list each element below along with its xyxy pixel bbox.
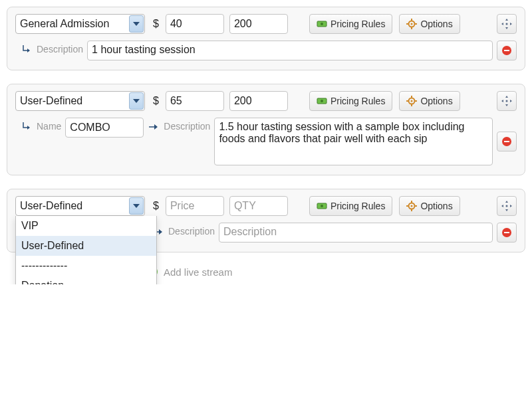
currency-symbol: $ <box>153 95 159 107</box>
ticket-row: VIP User-Defined ------------- Donation … <box>7 189 525 252</box>
dropdown-option[interactable]: Donation <box>16 276 156 284</box>
svg-point-19 <box>506 100 508 102</box>
ticket-type-dropdown[interactable]: VIP User-Defined ------------- Donation … <box>15 216 157 284</box>
svg-point-8 <box>506 23 508 25</box>
options-label: Options <box>420 96 452 106</box>
options-label: Options <box>420 201 452 211</box>
sub-arrow-icon <box>21 44 33 56</box>
currency-symbol: $ <box>153 18 159 30</box>
row-buttons: Pricing Rules Options <box>309 196 460 216</box>
pricing-rules-label: Pricing Rules <box>331 96 385 106</box>
currency-symbol: $ <box>153 200 159 212</box>
move-handle[interactable] <box>497 196 517 216</box>
description-input[interactable] <box>87 41 493 60</box>
price-input[interactable] <box>166 14 224 34</box>
add-live-stream-label: Add live stream <box>164 266 232 278</box>
svg-point-14 <box>411 100 413 102</box>
ticket-type-select[interactable] <box>15 14 145 34</box>
name-input[interactable] <box>65 118 144 138</box>
description-label: Description <box>168 226 215 237</box>
options-button[interactable]: Options <box>399 91 460 111</box>
options-button[interactable]: Options <box>399 196 460 216</box>
options-label: Options <box>420 19 452 29</box>
ticket-row: $ Pricing Rules Options Descriptio <box>7 7 525 70</box>
row-buttons: Pricing Rules Options <box>309 91 460 111</box>
ticket-type-value[interactable] <box>15 196 145 216</box>
description-input[interactable] <box>214 118 493 165</box>
arrow-right-icon <box>148 121 160 133</box>
ticket-row-top: $ Pricing Rules Options <box>15 14 517 34</box>
svg-rect-34 <box>504 232 509 233</box>
gear-icon <box>406 201 417 211</box>
svg-point-26 <box>411 205 413 207</box>
ticket-row-top: VIP User-Defined ------------- Donation … <box>15 196 517 216</box>
description-label: Description <box>37 44 83 54</box>
svg-point-24 <box>321 205 323 207</box>
ticket-type-select[interactable]: VIP User-Defined ------------- Donation … <box>15 196 145 216</box>
money-icon <box>317 96 327 106</box>
svg-rect-10 <box>504 50 509 51</box>
pricing-rules-button[interactable]: Pricing Rules <box>309 14 392 34</box>
remove-button[interactable] <box>497 41 517 60</box>
description-input[interactable] <box>219 223 493 243</box>
qty-input[interactable] <box>229 14 288 34</box>
remove-button[interactable] <box>497 132 517 151</box>
chevron-down-icon[interactable] <box>129 15 144 33</box>
money-icon <box>317 201 327 211</box>
gear-icon <box>406 96 417 106</box>
ticket-row-top: $ Pricing Rules Options <box>15 91 517 111</box>
svg-rect-22 <box>504 141 509 142</box>
add-live-stream-button[interactable]: Add live stream <box>146 266 525 278</box>
chevron-down-icon[interactable] <box>129 197 144 215</box>
ticket-type-select[interactable] <box>15 91 145 111</box>
svg-point-3 <box>411 23 413 25</box>
move-handle[interactable] <box>497 91 517 111</box>
pricing-rules-label: Pricing Rules <box>331 201 385 211</box>
price-input[interactable] <box>166 196 224 216</box>
ticket-row-desc: Description <box>15 41 517 60</box>
pricing-rules-label: Pricing Rules <box>331 19 385 29</box>
ticket-row-desc: Name Description <box>15 118 517 165</box>
sub-arrow-icon <box>21 121 33 133</box>
remove-button[interactable] <box>497 223 517 243</box>
ticket-type-value[interactable] <box>15 91 145 111</box>
ticket-row-desc: Description <box>152 223 517 243</box>
name-label: Name <box>37 121 61 132</box>
svg-point-31 <box>506 205 508 207</box>
price-input[interactable] <box>166 91 224 111</box>
move-handle[interactable] <box>497 14 517 34</box>
qty-input[interactable] <box>229 91 288 111</box>
gear-icon <box>406 19 417 29</box>
dropdown-option[interactable]: VIP <box>16 216 156 236</box>
svg-point-12 <box>321 100 323 102</box>
svg-point-1 <box>321 23 323 25</box>
dropdown-option[interactable]: User-Defined <box>16 236 156 256</box>
pricing-rules-button[interactable]: Pricing Rules <box>309 196 392 216</box>
description-label: Description <box>164 121 210 132</box>
row-buttons: Pricing Rules Options <box>309 14 460 34</box>
chevron-down-icon[interactable] <box>129 92 144 110</box>
options-button[interactable]: Options <box>399 14 460 34</box>
qty-input[interactable] <box>229 196 288 216</box>
ticket-row: $ Pricing Rules Options Name <box>7 84 525 175</box>
ticket-type-value[interactable] <box>15 14 145 34</box>
money-icon <box>317 19 327 29</box>
pricing-rules-button[interactable]: Pricing Rules <box>309 91 392 111</box>
dropdown-option[interactable]: ------------- <box>16 256 156 276</box>
